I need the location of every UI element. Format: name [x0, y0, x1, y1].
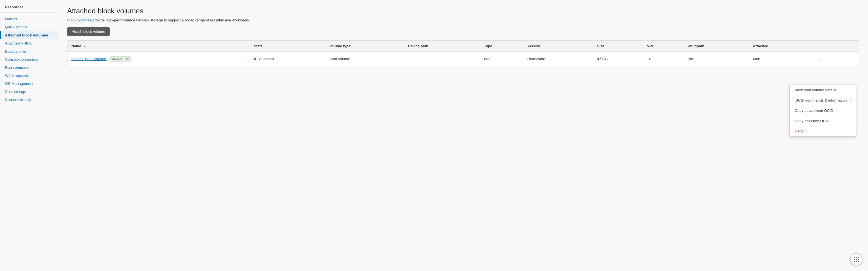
- row-actions-button[interactable]: ⋮: [816, 55, 826, 62]
- help-dot: [856, 261, 857, 262]
- sidebar-item-os-management[interactable]: OS Management: [0, 80, 58, 88]
- cell-device-path: -: [404, 52, 480, 66]
- sidebar-item-run-command[interactable]: Run command: [0, 63, 58, 72]
- col-name: Name ▲: [67, 40, 250, 52]
- help-dot: [858, 257, 859, 258]
- sort-icon[interactable]: ▲: [83, 45, 86, 48]
- block-volumes-table-container: Name ▲ State Volume type Device path Typ…: [67, 40, 859, 66]
- page-title: Attached block volumes: [67, 7, 859, 15]
- attach-block-volume-button[interactable]: Attach block volume: [67, 27, 110, 36]
- cell-multipath: No: [684, 52, 749, 66]
- action-dropdown-menu: View boot volume detailsiSCSI commands &…: [789, 85, 856, 137]
- dropdown-item-label: View boot volume details: [795, 88, 836, 92]
- chevron-right-icon: ›: [850, 98, 851, 102]
- block-volumes-table: Name ▲ State Volume type Device path Typ…: [67, 40, 859, 66]
- sidebar-item-console-history[interactable]: Console history: [0, 96, 58, 104]
- cell-actions: ⋮: [812, 52, 859, 66]
- table-row: bootes (Boot Volume) Always Free Attache…: [67, 52, 859, 66]
- sidebar-item-boot-volume[interactable]: Boot volume: [0, 47, 58, 55]
- cell-vpu: 10: [643, 52, 684, 66]
- col-size: Size: [593, 40, 643, 52]
- cell-volume-type: Boot volume: [326, 52, 404, 66]
- sidebar: Resources MetricsQuick actionsAttached b…: [0, 0, 58, 271]
- dropdown-item-view-boot-volume-details[interactable]: View boot volume details: [790, 85, 856, 95]
- table-header-row: Name ▲ State Volume type Device path Typ…: [67, 40, 859, 52]
- page-description: Block volumes provide high-performance n…: [67, 18, 859, 22]
- dropdown-item-detach[interactable]: Detach: [790, 126, 856, 136]
- dropdown-item-label: Detach: [795, 129, 807, 133]
- cell-name: bootes (Boot Volume) Always Free: [67, 52, 250, 66]
- sidebar-divider: [0, 12, 58, 13]
- col-multipath: Multipath: [684, 40, 749, 52]
- col-access: Access: [523, 40, 593, 52]
- state-text: Attached: [259, 57, 274, 61]
- sidebar-item-attached-vnics[interactable]: Attached VNICs: [0, 39, 58, 47]
- help-dot: [858, 259, 859, 260]
- col-volume-type: Volume type: [326, 40, 404, 52]
- dropdown-item-copy-resource-ocid[interactable]: Copy resource OCID: [790, 116, 856, 126]
- help-dot: [854, 261, 855, 262]
- help-grid-icon: [854, 257, 859, 262]
- dropdown-item-label: Copy attachment OCID: [795, 109, 834, 113]
- col-vpu: VPU: [643, 40, 684, 52]
- dropdown-item-copy-attachment-ocid[interactable]: Copy attachment OCID: [790, 105, 856, 116]
- sidebar-item-metrics[interactable]: Metrics: [0, 15, 58, 23]
- sidebar-item-work-requests[interactable]: Work requests: [0, 72, 58, 80]
- cell-state: Attached: [250, 52, 326, 66]
- volume-name-link[interactable]: bootes (Boot Volume): [71, 57, 107, 61]
- dropdown-item-iscsi-commands[interactable]: iSCSI commands & information›: [790, 95, 856, 105]
- sidebar-title: Resources: [0, 5, 58, 12]
- sidebar-item-custom-logs[interactable]: Custom logs: [0, 88, 58, 96]
- state-indicator: [254, 58, 256, 60]
- dropdown-item-label: Copy resource OCID: [795, 119, 829, 123]
- help-dot: [856, 257, 857, 258]
- sidebar-item-attached-block-volumes[interactable]: Attached block volumes: [0, 31, 58, 39]
- dropdown-items-container: View boot volume detailsiSCSI commands &…: [790, 85, 856, 136]
- help-dot: [854, 259, 855, 260]
- help-dot: [854, 257, 855, 258]
- col-attached: Attached: [749, 40, 812, 52]
- description-text: provide high-performance network storage…: [91, 18, 250, 22]
- block-volumes-link[interactable]: Block volumes: [67, 18, 91, 22]
- table-body: bootes (Boot Volume) Always Free Attache…: [67, 52, 859, 66]
- sidebar-nav: MetricsQuick actionsAttached block volum…: [0, 15, 58, 104]
- sidebar-item-quick-actions[interactable]: Quick actions: [0, 23, 58, 31]
- col-device-path: Device path: [404, 40, 480, 52]
- dropdown-item-label: iSCSI commands & information: [795, 98, 847, 102]
- col-type: Type: [480, 40, 523, 52]
- sidebar-item-console-connection[interactable]: Console connection: [0, 55, 58, 63]
- help-button[interactable]: [850, 253, 863, 266]
- col-actions: [812, 40, 859, 52]
- cell-attached: Mon: [749, 52, 812, 66]
- col-state: State: [250, 40, 326, 52]
- always-free-badge: Always Free: [110, 56, 131, 61]
- cell-size: 47 GB: [593, 52, 643, 66]
- cell-access: Read/write: [523, 52, 593, 66]
- help-dot: [856, 259, 857, 260]
- cell-type: iscsi: [480, 52, 523, 66]
- main-content: Attached block volumes Block volumes pro…: [58, 0, 868, 271]
- help-dot: [858, 261, 859, 262]
